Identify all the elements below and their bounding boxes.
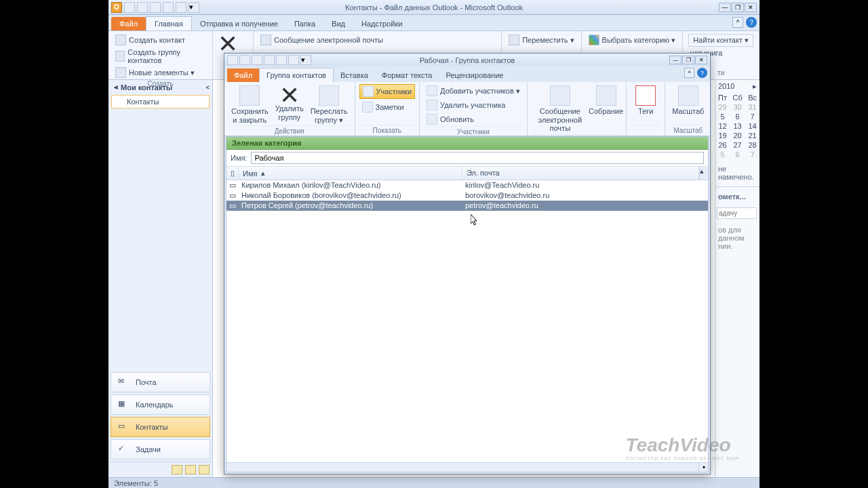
nav-contacts-label: Контакты — [136, 423, 168, 431]
new-contact-button[interactable]: Создать контакт — [114, 34, 207, 46]
categorize-button[interactable]: Выбрать категорию ▾ — [587, 34, 677, 46]
qat-save-icon[interactable] — [163, 2, 174, 13]
qat-print-icon[interactable] — [150, 2, 161, 13]
scroll-down-icon[interactable]: ▾ — [698, 463, 708, 472]
contact-icon — [115, 35, 126, 45]
mail-icon: ✉ — [118, 377, 130, 388]
shortcuts-icon[interactable] — [199, 465, 210, 474]
nav-header-my-contacts[interactable]: ◂ Мои контакты< — [108, 80, 212, 94]
note-icon — [362, 102, 373, 113]
nav-mail[interactable]: ✉Почта — [111, 372, 210, 392]
new-items-button[interactable]: Новые элементы ▾ — [114, 66, 207, 79]
add-members-button[interactable]: Добавить участников ▾ — [424, 84, 523, 98]
modal-maximize-button[interactable]: ❐ — [682, 56, 694, 64]
tab-home[interactable]: Главная — [146, 16, 192, 30]
minimize-button[interactable]: — — [719, 3, 731, 12]
category-icon — [589, 35, 599, 45]
minimize-ribbon-icon[interactable]: ^ — [732, 17, 743, 28]
help-icon[interactable]: ? — [746, 17, 757, 28]
qat-undo-icon[interactable] — [137, 2, 148, 13]
move-button[interactable]: Переместить ▾ — [507, 34, 575, 46]
nav-tasks[interactable]: ✓Задачи — [111, 439, 210, 460]
tab-file[interactable]: Файл — [111, 17, 146, 30]
modal-tab-review[interactable]: Рецензирование — [439, 68, 510, 82]
window-title: Контакты - Файл данных Outlook - Microso… — [108, 3, 760, 12]
diskette-icon — [239, 85, 260, 106]
tab-folder[interactable]: Папка — [286, 17, 323, 30]
delete-x-icon[interactable] — [218, 34, 237, 53]
modal-tab-insert[interactable]: Вставка — [334, 68, 375, 82]
modal-tab-format[interactable]: Формат текста — [375, 68, 439, 82]
nav-item-contacts[interactable]: Контакты — [111, 95, 210, 108]
modal-qat-more-icon[interactable]: ▾ — [300, 55, 311, 65]
email-button[interactable]: Сообщение электронной почты — [532, 84, 589, 134]
notes-icon[interactable] — [172, 465, 182, 474]
nav-contacts[interactable]: ▭Контакты — [111, 417, 210, 437]
modal-collapse-ribbon-icon[interactable]: ^ — [684, 68, 694, 78]
member-row-selected[interactable]: ▭ Петров Сергей (petrov@teachvideo.ru) p… — [226, 201, 708, 211]
modal-tab-file[interactable]: Файл — [227, 68, 259, 82]
modal-tab-group[interactable]: Группа контактов — [259, 68, 334, 82]
tab-view[interactable]: Вид — [323, 17, 353, 30]
tags-button[interactable]: Теги — [631, 84, 660, 125]
delete-group-button[interactable]: Удалить группу — [273, 84, 307, 125]
remove-member-button[interactable]: Удалить участника — [424, 98, 523, 112]
col-name[interactable]: Имя ▴ — [239, 167, 462, 180]
grid-scrollbar-bottom[interactable]: ▾ — [226, 462, 708, 472]
new-task-input[interactable] — [717, 207, 757, 219]
meeting-button[interactable]: Собрание — [590, 84, 622, 134]
member-row[interactable]: ▭ Кирилов Михаил (kirilov@TeachVideo.ru)… — [226, 180, 708, 190]
group-name-input[interactable] — [251, 152, 704, 164]
next-month-icon[interactable]: ▸ — [753, 82, 757, 91]
refresh-button[interactable]: Обновить — [424, 113, 523, 126]
qat-more-icon[interactable]: ▾ — [189, 2, 199, 13]
people-icon — [363, 86, 374, 97]
find-contact-input[interactable]: Найти контакт ▾ — [688, 34, 753, 47]
email-message-button[interactable]: Сообщение электронной почты — [259, 34, 496, 46]
collapse-icon[interactable]: < — [206, 84, 210, 91]
col-email[interactable]: Эл. почта — [462, 167, 699, 180]
grid-scrollbar-top[interactable]: ▴ — [699, 167, 708, 180]
notes-label: Заметки — [376, 103, 404, 111]
zoom-button[interactable]: Масштаб — [669, 84, 707, 125]
main-ribbon-tabs: Файл Главная Отправка и получение Папка … — [108, 15, 760, 31]
member-row[interactable]: ▭ Николай Боровиков (borovikov@teachvide… — [226, 190, 708, 201]
outlook-window: O ▾ Контакты - Файл данных Outlook - Mic… — [108, 0, 760, 488]
close-button[interactable]: ✕ — [745, 3, 757, 12]
qat-refresh-icon[interactable] — [176, 2, 186, 13]
flag-icon — [635, 85, 656, 106]
maximize-button[interactable]: ❐ — [732, 3, 744, 12]
modal-minimize-button[interactable]: — — [669, 56, 682, 64]
save-close-button[interactable]: Сохранить и закрыть — [229, 84, 271, 125]
new-group-button[interactable]: Создать группу контактов — [114, 47, 207, 65]
members-grid-header: ▯ Имя ▴ Эл. почта ▴ — [226, 167, 708, 180]
forward-group-button[interactable]: Переслать группу ▾ — [308, 84, 351, 125]
modal-prev-icon[interactable] — [276, 55, 287, 65]
new-contact-label: Создать контакт — [129, 36, 185, 44]
notes-button[interactable]: Заметки — [359, 100, 416, 114]
mail-big-icon — [550, 85, 570, 106]
modal-save-icon[interactable] — [239, 55, 250, 65]
mini-calendar[interactable]: ПтСбВс 293031 567 121314 192021 262728 5… — [715, 93, 760, 159]
contacts-icon: ▭ — [118, 422, 130, 432]
category-bar[interactable]: Зеленая категория — [226, 137, 708, 150]
tasks-header: ометк... — [715, 186, 760, 206]
member-name: Петров Сергей (petrov@teachvideo.ru) — [239, 201, 462, 210]
tab-addins[interactable]: Надстройки — [353, 17, 410, 30]
member-email: borovikov@teachvideo.ru — [462, 191, 708, 200]
status-item-count: Элементы: 5 — [114, 479, 158, 487]
modal-redo-icon[interactable] — [264, 55, 275, 65]
add-person-icon — [427, 85, 437, 96]
modal-undo-icon[interactable] — [252, 55, 262, 65]
folders-icon[interactable] — [185, 465, 196, 474]
modal-next-icon[interactable] — [288, 55, 299, 65]
modal-close-button[interactable]: ✕ — [695, 56, 707, 64]
nav-calendar[interactable]: ▦Календарь — [111, 394, 210, 415]
members-button[interactable]: Участники — [359, 84, 416, 99]
col-icon[interactable]: ▯ — [226, 167, 239, 180]
modal-ribbon: Сохранить и закрыть Удалить группу Перес… — [224, 82, 710, 136]
member-name: Кирилов Михаил (kirilov@TeachVideo.ru) — [239, 181, 462, 190]
qat-send-receive-icon[interactable] — [124, 2, 135, 13]
tab-send-receive[interactable]: Отправка и получение — [192, 17, 286, 30]
modal-help-icon[interactable]: ? — [697, 68, 707, 78]
